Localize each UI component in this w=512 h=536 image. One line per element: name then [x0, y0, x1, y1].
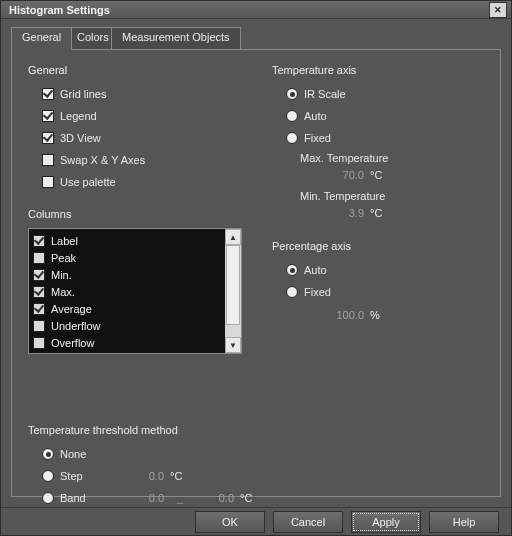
list-item-label: Underflow	[51, 320, 101, 332]
checkbox-icon	[33, 252, 45, 264]
dialog-title: Histogram Settings	[9, 4, 489, 16]
list-item-label: Min.	[51, 269, 72, 281]
threshold-header: Temperature threshold method	[28, 424, 484, 436]
unit-label: °C	[370, 169, 382, 181]
histogram-settings-dialog: Histogram Settings ✕ General Colors Meas…	[0, 0, 512, 536]
radio-threshold-step[interactable]: Step 0.0 °C	[42, 466, 484, 486]
checkbox-icon	[42, 154, 54, 166]
list-item[interactable]: Average	[33, 301, 221, 317]
radio-label: Band	[60, 492, 120, 504]
checkbox-label: Grid lines	[60, 88, 106, 100]
left-column: General Grid lines Legend 3D View Swap X…	[28, 64, 256, 354]
step-value[interactable]: 0.0	[120, 470, 164, 482]
content-area: General Colors Measurement Objects Gener…	[1, 19, 511, 507]
checkbox-3d-view[interactable]: 3D View	[42, 128, 256, 148]
list-item[interactable]: Min.	[33, 267, 221, 283]
checkbox-label: Legend	[60, 110, 97, 122]
radio-perc-fixed[interactable]: Fixed	[286, 282, 482, 302]
scroll-thumb[interactable]	[226, 245, 240, 325]
tab-strip: General Colors Measurement Objects	[11, 27, 501, 49]
radio-icon	[42, 470, 54, 482]
button-bar: OK Cancel Apply Help	[1, 507, 511, 535]
scroll-up-icon[interactable]: ▲	[225, 229, 241, 245]
band-value-2[interactable]: 0.0	[190, 492, 234, 504]
scroll-down-icon[interactable]: ▼	[225, 337, 241, 353]
ok-button[interactable]: OK	[195, 511, 265, 533]
listbox-items: Label Peak Min. Max. Average Underflow O…	[29, 229, 225, 353]
checkbox-icon	[33, 269, 45, 281]
unit-label: °C	[170, 470, 182, 482]
checkbox-icon	[42, 110, 54, 122]
list-item-label: Max.	[51, 286, 75, 298]
radio-temp-fixed[interactable]: Fixed	[286, 128, 482, 148]
max-temp-label: Max. Temperature	[300, 152, 482, 164]
titlebar: Histogram Settings ✕	[1, 1, 511, 19]
checkbox-label: Swap X & Y Axes	[60, 154, 145, 166]
radio-label: None	[60, 448, 86, 460]
list-item[interactable]: Max.	[33, 284, 221, 300]
list-item[interactable]: In range	[33, 352, 221, 353]
columns-header: Columns	[28, 208, 256, 220]
radio-icon	[286, 132, 298, 144]
checkbox-icon	[42, 176, 54, 188]
radio-temp-auto[interactable]: Auto	[286, 106, 482, 126]
scroll-track[interactable]	[225, 245, 241, 337]
cancel-button[interactable]: Cancel	[273, 511, 343, 533]
radio-ir-scale[interactable]: IR Scale	[286, 84, 482, 104]
radio-icon	[42, 492, 54, 504]
radio-label: Fixed	[304, 286, 331, 298]
checkbox-icon	[33, 320, 45, 332]
checkbox-use-palette[interactable]: Use palette	[42, 172, 256, 192]
list-item[interactable]: Underflow	[33, 318, 221, 334]
list-item-label: Peak	[51, 252, 76, 264]
perc-value-row: 100.0 %	[320, 304, 482, 326]
unit-label: °C	[370, 207, 382, 219]
unit-label: °C	[240, 492, 252, 504]
radio-icon	[286, 264, 298, 276]
max-temp-row: 70.0 °C	[320, 164, 482, 186]
checkbox-icon	[33, 235, 45, 247]
radio-perc-auto[interactable]: Auto	[286, 260, 482, 280]
radio-threshold-band[interactable]: Band 0.0 _ 0.0 °C	[42, 488, 484, 508]
checkbox-icon	[33, 286, 45, 298]
checkbox-grid-lines[interactable]: Grid lines	[42, 84, 256, 104]
min-temp-row: 3.9 °C	[320, 202, 482, 224]
apply-button[interactable]: Apply	[351, 511, 421, 533]
checkbox-icon	[33, 303, 45, 315]
checkbox-label: 3D View	[60, 132, 101, 144]
list-item-label: Average	[51, 303, 92, 315]
radio-label: Step	[60, 470, 120, 482]
tab-general[interactable]: General	[11, 27, 72, 50]
general-header: General	[28, 64, 256, 76]
max-temp-value[interactable]: 70.0	[320, 169, 364, 181]
tab-pane-general: General Grid lines Legend 3D View Swap X…	[11, 49, 501, 497]
scrollbar[interactable]: ▲ ▼	[225, 229, 241, 353]
tab-measurement-objects[interactable]: Measurement Objects	[111, 27, 241, 49]
checkbox-icon	[42, 132, 54, 144]
radio-icon	[42, 448, 54, 460]
close-icon[interactable]: ✕	[489, 2, 507, 18]
radio-icon	[286, 88, 298, 100]
unit-label: %	[370, 309, 380, 321]
perc-value[interactable]: 100.0	[320, 309, 364, 321]
right-column: Temperature axis IR Scale Auto Fixed Max…	[272, 64, 482, 326]
columns-section: Columns Label Peak Min. Max. Average Und…	[28, 208, 256, 354]
checkbox-swap-axes[interactable]: Swap X & Y Axes	[42, 150, 256, 170]
help-button[interactable]: Help	[429, 511, 499, 533]
min-temp-label: Min. Temperature	[300, 190, 482, 202]
radio-label: Fixed	[304, 132, 331, 144]
temp-axis-header: Temperature axis	[272, 64, 482, 76]
perc-axis-header: Percentage axis	[272, 240, 482, 252]
band-value-1[interactable]: 0.0	[120, 492, 164, 504]
list-item[interactable]: Label	[33, 233, 221, 249]
radio-threshold-none[interactable]: None	[42, 444, 484, 464]
radio-icon	[286, 110, 298, 122]
list-item[interactable]: Overflow	[33, 335, 221, 351]
checkbox-legend[interactable]: Legend	[42, 106, 256, 126]
min-temp-value[interactable]: 3.9	[320, 207, 364, 219]
band-separator: _	[170, 492, 190, 504]
radio-icon	[286, 286, 298, 298]
columns-listbox[interactable]: Label Peak Min. Max. Average Underflow O…	[28, 228, 242, 354]
checkbox-icon	[33, 337, 45, 349]
list-item[interactable]: Peak	[33, 250, 221, 266]
